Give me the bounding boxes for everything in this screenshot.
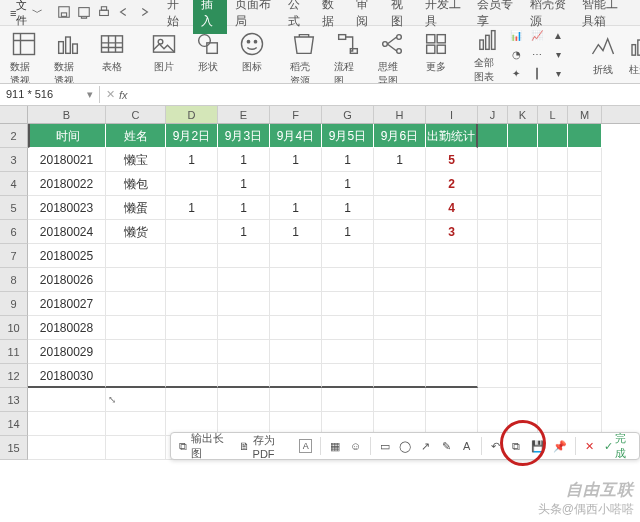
cell[interactable]: 5 <box>426 148 478 172</box>
cell[interactable] <box>166 316 218 340</box>
chart-pie-icon[interactable]: ◔ <box>507 46 525 64</box>
cell[interactable] <box>166 268 218 292</box>
cell[interactable] <box>568 340 602 364</box>
cell[interactable]: 出勤统计 <box>426 124 478 148</box>
cell[interactable] <box>478 196 508 220</box>
cell[interactable] <box>322 244 374 268</box>
assets-button[interactable]: 稻壳资源 <box>288 28 320 84</box>
pivot-chart-button[interactable]: 数据透视图 <box>52 28 84 84</box>
cell[interactable] <box>218 316 270 340</box>
cell[interactable]: 1 <box>218 220 270 244</box>
cell[interactable] <box>538 388 568 412</box>
cell[interactable] <box>538 268 568 292</box>
cell[interactable]: 1 <box>270 196 322 220</box>
text-annotation-button[interactable]: A <box>460 439 472 453</box>
cell[interactable] <box>374 364 426 388</box>
cell[interactable] <box>508 268 538 292</box>
cell[interactable] <box>106 316 166 340</box>
cell[interactable]: 1 <box>218 196 270 220</box>
cell[interactable] <box>106 268 166 292</box>
cell[interactable] <box>478 268 508 292</box>
column-header[interactable]: J <box>478 106 508 123</box>
chart-bar-icon[interactable]: 📊 <box>507 27 525 45</box>
row-header[interactable]: 5 <box>0 196 28 220</box>
chart-line-icon[interactable]: 📈 <box>528 27 546 45</box>
cell[interactable] <box>28 412 106 436</box>
cell[interactable] <box>166 388 218 412</box>
cell[interactable] <box>478 172 508 196</box>
cell[interactable] <box>426 340 478 364</box>
cell[interactable] <box>568 220 602 244</box>
cell[interactable]: 20180030 <box>28 364 106 388</box>
cell[interactable] <box>568 148 602 172</box>
cell[interactable] <box>218 388 270 412</box>
cell[interactable] <box>322 268 374 292</box>
cell[interactable] <box>218 268 270 292</box>
cell[interactable] <box>568 364 602 388</box>
cell[interactable] <box>106 292 166 316</box>
column-header[interactable]: B <box>28 106 106 123</box>
cell[interactable] <box>478 244 508 268</box>
cancel-button[interactable]: ✕ <box>583 439 595 453</box>
cell[interactable] <box>374 196 426 220</box>
shape-button[interactable]: 形状 <box>192 28 224 76</box>
cell[interactable] <box>166 244 218 268</box>
chart-area-icon[interactable]: ▲ <box>549 27 567 45</box>
cell[interactable]: 1 <box>322 148 374 172</box>
row-header[interactable]: 4 <box>0 172 28 196</box>
cell[interactable] <box>538 148 568 172</box>
column-header[interactable]: F <box>270 106 322 123</box>
cell[interactable] <box>538 196 568 220</box>
cell[interactable] <box>538 292 568 316</box>
cell[interactable]: 懒蛋 <box>106 196 166 220</box>
redo-icon[interactable] <box>137 5 151 21</box>
cell[interactable] <box>478 364 508 388</box>
select-all-corner[interactable] <box>0 106 28 123</box>
cell[interactable] <box>426 388 478 412</box>
name-box[interactable]: 911 * 516 ▾ <box>0 86 100 103</box>
column-header[interactable]: L <box>538 106 568 123</box>
cell[interactable] <box>508 196 538 220</box>
cell[interactable] <box>478 124 508 148</box>
cell[interactable]: 20180027 <box>28 292 106 316</box>
cell[interactable] <box>508 340 538 364</box>
cell[interactable]: 3 <box>426 220 478 244</box>
emoji-button[interactable]: ☺ <box>349 439 361 453</box>
cell[interactable] <box>106 244 166 268</box>
row-header[interactable]: 13 <box>0 388 28 412</box>
cell[interactable] <box>106 436 166 460</box>
chart-stock-icon[interactable]: ┃ <box>528 65 546 83</box>
cell[interactable] <box>28 388 106 412</box>
mindmap-button[interactable]: 思维导图 <box>376 28 408 84</box>
cell[interactable] <box>322 364 374 388</box>
cell[interactable]: ⤡ <box>106 388 166 412</box>
chart-combo-icon[interactable]: ▾ <box>549 65 567 83</box>
cell[interactable]: 1 <box>270 148 322 172</box>
picture-button[interactable]: 图片 <box>148 28 180 76</box>
cell[interactable]: 姓名 <box>106 124 166 148</box>
pin-button[interactable]: 📌 <box>553 439 567 453</box>
cell[interactable] <box>538 220 568 244</box>
cell[interactable] <box>106 412 166 436</box>
cell[interactable] <box>218 244 270 268</box>
row-header[interactable]: 3 <box>0 148 28 172</box>
cell[interactable] <box>322 292 374 316</box>
cell[interactable]: 4 <box>426 196 478 220</box>
all-charts-button[interactable]: 全部图表 <box>472 26 504 84</box>
pen-tool-button[interactable]: ✎ <box>440 439 452 453</box>
cell[interactable] <box>374 316 426 340</box>
cell[interactable] <box>478 220 508 244</box>
chart-scatter-icon[interactable]: ⋯ <box>528 46 546 64</box>
undo-button[interactable]: ↶ <box>490 439 502 453</box>
cell[interactable] <box>568 124 602 148</box>
arrow-tool-button[interactable]: ↗ <box>420 439 432 453</box>
file-menu-button[interactable]: ≡ 文件 ﹀ <box>4 0 49 30</box>
export-long-image-button[interactable]: ⧉ 输出长图 <box>177 431 230 461</box>
cell[interactable] <box>538 364 568 388</box>
row-header[interactable]: 15 <box>0 436 28 460</box>
row-header[interactable]: 14 <box>0 412 28 436</box>
flowchart-button[interactable]: 流程图 <box>332 28 364 84</box>
cell[interactable] <box>270 388 322 412</box>
cell[interactable] <box>508 364 538 388</box>
cell[interactable]: 9月2日 <box>166 124 218 148</box>
